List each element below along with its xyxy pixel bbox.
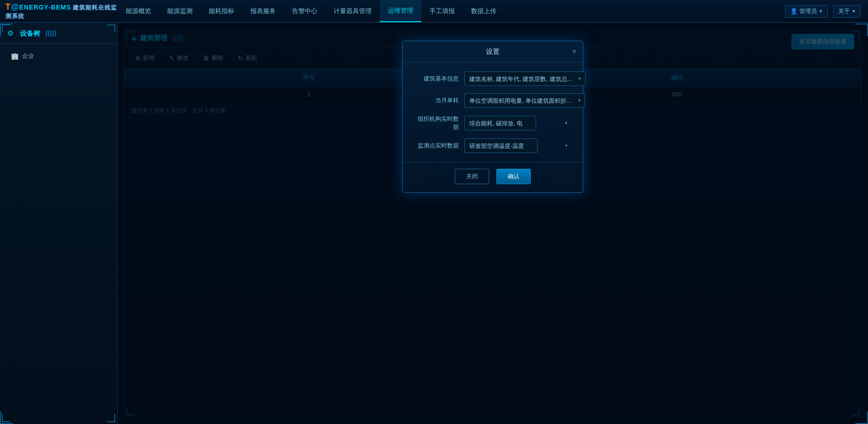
about-label: 关于 (838, 7, 850, 15)
form-row-monitor-realtime: 监测点实时数据 研发部空调温度-温度 (414, 138, 572, 153)
tree-item-enterprise-label: 企业 (22, 52, 34, 60)
gear-icon: ⚙ (7, 29, 16, 38)
nav-about-button[interactable]: 关于 ▼ (833, 5, 861, 18)
nav-item-meter[interactable]: 计量器具管理 (326, 0, 380, 22)
tree-item-enterprise[interactable]: 🏢 企业 (7, 49, 110, 63)
logo-brand: ENERGY-BEMS (19, 4, 71, 11)
enterprise-icon: 🏢 (11, 52, 19, 60)
deco-line-4 (52, 30, 54, 37)
sidebar: ⚙ 设备树 🏢 企业 (0, 23, 118, 424)
modal-header: 设置 × (403, 41, 583, 62)
logo-text: T@ENERGY-BEMS建筑能耗在线监测系统 (5, 2, 118, 20)
nav-item-upload[interactable]: 数据上传 (463, 0, 505, 22)
deco-line-2 (48, 30, 49, 37)
nav-user-button[interactable]: 👤 管理员 ▼ (785, 5, 828, 18)
nav-items: 能源概览 能源监测 能耗指标 报表服务 告警中心 计量器具管理 运维管理 手工填… (118, 0, 785, 22)
monitor-select-wrapper: 研发部空调温度-温度 (464, 138, 572, 153)
top-nav: T@ENERGY-BEMS建筑能耗在线监测系统 能源概览 能源监测 能耗指标 报… (0, 0, 868, 23)
logo-at-icon: @ (11, 2, 19, 11)
about-dropdown-icon: ▼ (852, 9, 856, 14)
deco-line-1 (46, 30, 47, 37)
nav-item-ops[interactable]: 运维管理 (380, 0, 421, 22)
nav-item-energy-monitor[interactable]: 能源监测 (159, 0, 201, 22)
form-row-monthly-consumption: 当月单耗 单位空调面积用电量, 单位建筑面积折... (414, 93, 572, 108)
main-layout: ⚙ 设备树 🏢 企业 ◈ (0, 23, 868, 424)
form-label-basic-info: 建筑基本信息 (414, 75, 459, 83)
modal-footer: 关闭 确认 (403, 162, 583, 192)
nav-item-alarm[interactable]: 告警中心 (284, 0, 326, 22)
logo: T@ENERGY-BEMS建筑能耗在线监测系统 (0, 0, 118, 23)
deco-line-5 (55, 30, 56, 37)
monthly-select[interactable]: 单位空调面积用电量, 单位建筑面积折... (464, 93, 585, 108)
modal-title: 设置 (486, 48, 500, 56)
modal-close-btn[interactable]: 关闭 (455, 169, 489, 184)
sidebar-header: ⚙ 设备树 (0, 23, 117, 44)
modal-body: 建筑基本信息 建筑名称, 建筑年代, 建筑层数, 建筑总... 当月单耗 单位空… (403, 62, 583, 162)
content: ◈ 建筑管理 首页建筑信息设置 ⊕ 新增 (118, 23, 868, 424)
nav-item-manual[interactable]: 手工填报 (421, 0, 463, 22)
sidebar-corner-bl (2, 414, 10, 422)
user-icon: 👤 (790, 8, 797, 14)
user-dropdown-icon: ▼ (819, 9, 823, 14)
form-row-basic-info: 建筑基本信息 建筑名称, 建筑年代, 建筑层数, 建筑总... (414, 71, 572, 86)
org-realtime-select[interactable]: 综合能耗, 碳排放, 电 (464, 116, 536, 130)
modal-close-button[interactable]: × (572, 48, 576, 55)
deco-line-3 (50, 30, 52, 37)
basic-info-select[interactable]: 建筑名称, 建筑年代, 建筑层数, 建筑总... (464, 71, 585, 86)
settings-modal: 设置 × 建筑基本信息 建筑名称, 建筑年代, 建筑层数, 建筑总... 当月单… (402, 41, 583, 193)
form-label-monitor: 监测点实时数据 (414, 142, 459, 150)
nav-item-energy-overview[interactable]: 能源概览 (118, 0, 159, 22)
monthly-select-wrapper: 单位空调面积用电量, 单位建筑面积折... (464, 93, 585, 108)
basic-info-select-wrapper: 建筑名称, 建筑年代, 建筑层数, 建筑总... (464, 71, 585, 86)
form-label-org: 组织机构实时数据 (414, 115, 459, 131)
nav-item-energy-index[interactable]: 能耗指标 (201, 0, 242, 22)
sidebar-title: 设备树 (20, 29, 40, 38)
sidebar-title-deco (46, 30, 56, 37)
org-select-wrapper: 综合能耗, 碳排放, 电 (464, 116, 572, 130)
modal-overlay: 设置 × 建筑基本信息 建筑名称, 建筑年代, 建筑层数, 建筑总... 当月单… (118, 23, 868, 424)
sidebar-corner-br (107, 414, 115, 422)
form-label-monthly: 当月单耗 (414, 96, 459, 105)
modal-confirm-btn[interactable]: 确认 (496, 169, 531, 184)
monitor-realtime-select[interactable]: 研发部空调温度-温度 (464, 138, 538, 153)
sidebar-tree: 🏢 企业 (0, 44, 117, 68)
form-row-org-realtime: 组织机构实时数据 综合能耗, 碳排放, 电 (414, 115, 572, 131)
nav-item-report[interactable]: 报表服务 (242, 0, 284, 22)
nav-right: 👤 管理员 ▼ 关于 ▼ (785, 5, 868, 18)
user-label: 管理员 (799, 7, 817, 15)
logo-t-icon: T (5, 2, 11, 11)
